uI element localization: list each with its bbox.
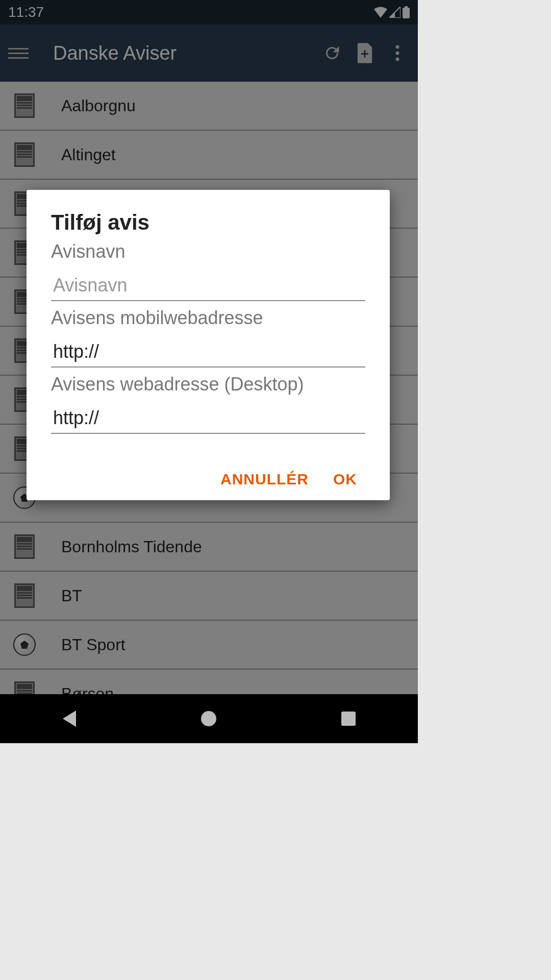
- desktop-url-input[interactable]: [51, 399, 365, 434]
- add-newspaper-dialog: Tilføj avis Avisnavn Avisens mobilwebadr…: [27, 190, 390, 500]
- mobile-url-input[interactable]: [51, 333, 365, 368]
- name-input[interactable]: [51, 266, 365, 301]
- mobile-url-label: Avisens mobilwebadresse: [51, 307, 365, 329]
- modal-scrim[interactable]: Tilføj avis Avisnavn Avisens mobilwebadr…: [0, 0, 418, 743]
- dialog-actions: ANNULLÉR OK: [51, 471, 365, 488]
- name-label: Avisnavn: [51, 241, 365, 262]
- back-button[interactable]: [63, 710, 76, 727]
- recent-button[interactable]: [341, 712, 356, 726]
- ok-button[interactable]: OK: [333, 471, 357, 488]
- nav-bar: [0, 694, 418, 743]
- home-button[interactable]: [201, 711, 216, 726]
- dialog-title: Tilføj avis: [51, 210, 365, 235]
- desktop-url-label: Avisens webadresse (Desktop): [51, 374, 365, 395]
- cancel-button[interactable]: ANNULLÉR: [220, 471, 309, 488]
